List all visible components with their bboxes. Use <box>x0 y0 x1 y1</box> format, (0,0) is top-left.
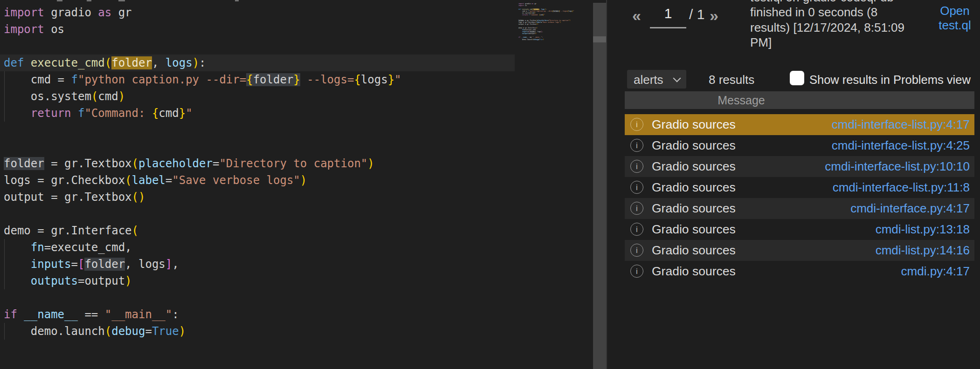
result-row[interactable]: iGradio sourcescmdi-list.py:13:18 <box>625 219 974 240</box>
code-token: ( <box>132 157 138 170</box>
code-token: demo.launch <box>518 39 532 40</box>
code-token: : <box>199 56 206 69</box>
page-number-input[interactable]: 1 <box>650 6 686 21</box>
code-line[interactable]: demo.launch(debug=True) <box>4 323 401 340</box>
code-line[interactable]: cmd = f"python caption.py --dir={folder}… <box>4 71 401 88</box>
result-location-link[interactable]: cmdi-interface.py:4:17 <box>850 198 970 219</box>
clipped-text-fragment <box>57 0 62 1</box>
result-location-link[interactable]: cmdi-interface-list.py:10:10 <box>825 156 970 177</box>
code-token: ( <box>105 56 111 69</box>
result-row[interactable]: iGradio sourcescmdi-interface-list.py:4:… <box>625 135 974 156</box>
code-token: ( <box>125 174 131 187</box>
code-line[interactable]: import os <box>4 21 401 38</box>
query-run-status-line: results) [12/17/2024, 8:51:09 <box>750 20 904 35</box>
code-line[interactable]: if __name__ == "__main__": <box>4 306 401 323</box>
result-message: Gradio sources <box>652 114 736 135</box>
open-query-link[interactable]: Open test.ql <box>933 4 976 33</box>
code-token: = <box>145 325 152 338</box>
editor-scrollbar[interactable] <box>593 3 606 369</box>
code-token: = <box>213 157 219 170</box>
code-line[interactable]: os.system(cmd) <box>4 88 401 105</box>
code-line[interactable]: inputs=[folder, logs], <box>4 256 401 273</box>
results-count-label: 8 results <box>709 73 754 87</box>
result-row[interactable]: iGradio sourcescmdi-interface.py:4:17 <box>625 198 974 219</box>
code-line[interactable]: output = gr.Textbox() <box>4 189 401 205</box>
code-token: gr <box>533 3 536 4</box>
code-token: { <box>246 73 253 86</box>
code-editor[interactable]: import gradio as grimport osdef execute_… <box>0 0 607 369</box>
page-input-underline <box>650 27 686 28</box>
result-row[interactable]: iGradio sourcescmdi-interface-list.py:11… <box>625 177 974 198</box>
code-token: f <box>71 73 78 86</box>
code-token: ) <box>535 33 536 34</box>
code-token: demo = gr.Interface <box>4 224 132 237</box>
code-token: ( <box>536 27 537 29</box>
code-line[interactable] <box>4 38 401 55</box>
result-message: Gradio sources <box>652 240 736 261</box>
code-line[interactable] <box>4 205 401 222</box>
code-token: ) <box>560 22 561 23</box>
show-in-problems-label: Show results in Problems view <box>809 73 971 87</box>
result-location-link[interactable]: cmdi-list.py:13:18 <box>876 219 970 240</box>
code-token: gradio <box>44 6 98 19</box>
code-token: as <box>98 6 111 19</box>
results-view-select-value: alerts <box>634 73 663 87</box>
result-location-link[interactable]: cmdi-interface-list.py:4:25 <box>832 135 970 156</box>
code-line[interactable]: demo.launch(debug=True) <box>518 39 591 41</box>
code-line[interactable]: logs = gr.Checkbox(label="Save verbose l… <box>4 172 401 189</box>
code-line[interactable]: demo = gr.Interface( <box>4 222 401 239</box>
open-query-link-line1[interactable]: Open <box>933 4 976 18</box>
code-token: os <box>524 5 527 6</box>
minimap[interactable]: import gradio as grimport osdef execute_… <box>518 3 593 59</box>
result-row[interactable]: iGradio sourcescmdi.py:4:17 <box>625 261 974 282</box>
code-line[interactable] <box>4 122 401 138</box>
code-line[interactable]: def execute_cmd(folder, logs): <box>4 55 401 71</box>
code-token: ) <box>125 274 131 287</box>
code-token: { <box>354 73 360 86</box>
code-token: folder <box>84 258 125 271</box>
result-row[interactable]: iGradio sourcescmdi-interface-list.py:4:… <box>625 114 974 135</box>
code-line[interactable]: outputs=output) <box>4 273 401 289</box>
result-location-link[interactable]: cmdi-interface-list.py:4:17 <box>832 114 970 135</box>
result-row[interactable]: iGradio sourcescmdi-interface-list.py:10… <box>625 156 974 177</box>
result-location-link[interactable]: cmdi-interface-list.py:11:8 <box>833 177 970 198</box>
code-line[interactable]: import gradio as gr <box>4 4 401 21</box>
code-token: logs <box>166 56 193 69</box>
code-token <box>518 33 522 34</box>
code-line[interactable] <box>4 289 401 306</box>
results-view-select[interactable]: alerts <box>627 70 686 89</box>
code-token: ) <box>193 56 199 69</box>
code-token: outputs <box>31 274 78 287</box>
code-token: ) <box>179 325 186 338</box>
query-run-status-line: finished in 0 seconds (8 <box>750 5 904 20</box>
code-token: logs <box>361 73 388 86</box>
code-line[interactable]: fn=execute_cmd, <box>4 239 401 256</box>
code-token: output = gr.Textbox <box>4 191 132 204</box>
show-in-problems-checkbox[interactable] <box>790 71 804 85</box>
open-query-link-line2[interactable]: test.ql <box>933 18 976 33</box>
code-token: if <box>4 308 17 321</box>
code-token: True <box>152 325 179 338</box>
results-table-header: Message <box>625 91 974 109</box>
result-message: Gradio sources <box>652 177 736 198</box>
code-line[interactable]: folder = gr.Textbox(placeholder="Directo… <box>4 155 401 172</box>
next-page-button[interactable]: » <box>710 7 718 25</box>
code-token: def <box>4 56 24 69</box>
code-line[interactable] <box>4 138 401 155</box>
result-location-link[interactable]: cmdi.py:4:17 <box>901 261 970 282</box>
code-token <box>518 14 522 16</box>
code-token: fn <box>31 241 44 254</box>
code-token: f <box>78 107 84 120</box>
prev-page-button[interactable]: « <box>632 7 641 25</box>
code-token: " <box>573 11 574 12</box>
code-token <box>17 308 24 321</box>
result-row[interactable]: iGradio sourcescmdi-list.py:14:16 <box>625 240 974 261</box>
code-token: os <box>44 23 64 36</box>
code-line[interactable]: return f"Command: {cmd}" <box>4 105 401 122</box>
code-token: =output <box>529 33 535 34</box>
code-token: logs <box>568 11 572 12</box>
code-token: ( <box>91 90 98 103</box>
code-token: = <box>71 258 78 271</box>
code-token: ) <box>118 90 125 103</box>
result-location-link[interactable]: cmdi-list.py:14:16 <box>876 240 970 261</box>
